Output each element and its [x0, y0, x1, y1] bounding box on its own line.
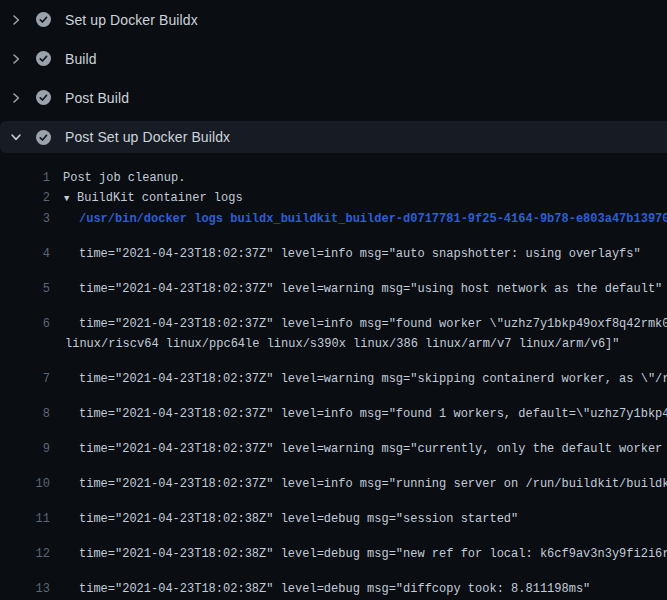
line-number[interactable]: 1 — [0, 168, 50, 188]
log-line: 8time="2021-04-23T18:02:37Z" level=info … — [0, 392, 667, 424]
log-text: time="2021-04-23T18:02:37Z" level=info m… — [50, 244, 641, 264]
log-text: time="2021-04-23T18:02:37Z" level=warnin… — [50, 439, 667, 459]
log-line: 1Post job cleanup. — [0, 168, 667, 188]
line-number[interactable]: 10 — [0, 474, 50, 494]
line-number[interactable]: 8 — [0, 404, 50, 424]
log-line-continuation: linux/riscv64 linux/ppc64le linux/s390x … — [0, 334, 667, 354]
log-line: 7time="2021-04-23T18:02:37Z" level=warni… — [0, 357, 667, 389]
log-text: linux/riscv64 linux/ppc64le linux/s390x … — [50, 334, 620, 354]
log-text: time="2021-04-23T18:02:38Z" level=debug … — [50, 509, 518, 529]
chevron-down-icon — [8, 129, 24, 145]
log-text: time="2021-04-23T18:02:37Z" level=info m… — [50, 404, 667, 424]
log-line: 2▼BuildKit container logs — [0, 188, 667, 209]
log-line: 4time="2021-04-23T18:02:37Z" level=info … — [0, 232, 667, 264]
line-number[interactable]: 9 — [0, 439, 50, 459]
line-number[interactable]: 6 — [0, 314, 50, 334]
log-text: time="2021-04-23T18:02:38Z" level=debug … — [50, 579, 590, 599]
log-text: Post job cleanup. — [50, 168, 185, 188]
log-lines: 1Post job cleanup.2▼BuildKit container l… — [0, 156, 667, 600]
step-title: Post Set up Docker Buildx — [65, 129, 230, 145]
chevron-right-icon — [8, 90, 24, 106]
log-line: 9time="2021-04-23T18:02:37Z" level=warni… — [0, 427, 667, 459]
step-title: Build — [65, 51, 97, 67]
step-header-build[interactable]: Build — [0, 39, 667, 78]
log-line: 12time="2021-04-23T18:02:38Z" level=debu… — [0, 532, 667, 564]
log-line: 6time="2021-04-23T18:02:37Z" level=info … — [0, 302, 667, 334]
check-circle-icon — [36, 51, 51, 66]
step-header-post-set-up-docker-buildx[interactable]: Post Set up Docker Buildx — [0, 121, 667, 153]
line-number[interactable]: 12 — [0, 544, 50, 564]
chevron-right-icon — [8, 51, 24, 67]
log-line: 13time="2021-04-23T18:02:38Z" level=debu… — [0, 567, 667, 599]
log-line: 11time="2021-04-23T18:02:38Z" level=debu… — [0, 497, 667, 529]
check-circle-icon — [36, 12, 51, 27]
log-text: time="2021-04-23T18:02:38Z" level=debug … — [50, 544, 667, 564]
line-number[interactable]: 11 — [0, 509, 50, 529]
check-circle-icon — [36, 130, 51, 145]
log-text: time="2021-04-23T18:02:37Z" level=warnin… — [50, 369, 667, 389]
log-group-label: BuildKit container logs — [77, 191, 243, 205]
line-number[interactable]: 4 — [0, 244, 50, 264]
log-line: 3/usr/bin/docker logs buildx_buildkit_bu… — [0, 209, 667, 229]
triangle-down-icon: ▼ — [64, 189, 77, 209]
line-number[interactable]: 5 — [0, 279, 50, 299]
log-group-toggle[interactable]: ▼BuildKit container logs — [50, 188, 243, 209]
line-number — [0, 334, 50, 354]
line-number[interactable]: 2 — [0, 188, 50, 209]
line-number[interactable]: 3 — [0, 209, 50, 229]
step-title: Set up Docker Buildx — [65, 12, 198, 28]
line-number[interactable]: 7 — [0, 369, 50, 389]
chevron-right-icon — [8, 12, 24, 28]
log-line: 10time="2021-04-23T18:02:37Z" level=info… — [0, 462, 667, 494]
step-header-post-build[interactable]: Post Build — [0, 78, 667, 117]
actions-log-viewer: { "sections": [ { "label": "Set up Docke… — [0, 0, 667, 600]
check-circle-icon — [36, 90, 51, 105]
line-number[interactable]: 13 — [0, 579, 50, 599]
log-text: time="2021-04-23T18:02:37Z" level=warnin… — [50, 279, 662, 299]
log-command-text: /usr/bin/docker logs buildx_buildkit_bui… — [50, 209, 667, 229]
log-text: time="2021-04-23T18:02:37Z" level=info m… — [50, 474, 667, 494]
step-header-set-up-docker-buildx[interactable]: Set up Docker Buildx — [0, 0, 667, 39]
step-list: Set up Docker BuildxBuildPost BuildPost … — [0, 0, 667, 153]
log-text: time="2021-04-23T18:02:37Z" level=info m… — [50, 314, 667, 334]
step-title: Post Build — [65, 90, 129, 106]
log-line: 5time="2021-04-23T18:02:37Z" level=warni… — [0, 267, 667, 299]
